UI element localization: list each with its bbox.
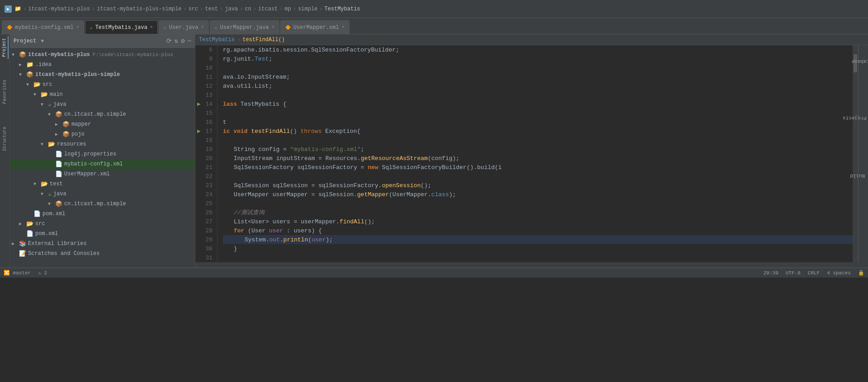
tab-mybatis-config[interactable]: 🔶 mybatis-config.xml × — [2, 20, 84, 34]
tree-mapper[interactable]: ▶ 📦 mapper — [10, 119, 195, 129]
right-panel-maven[interactable]: Maven Projects — [840, 114, 868, 122]
status-warnings: ⚠ 2 — [38, 270, 47, 276]
ln-18: 18 — [195, 136, 217, 145]
editor-breadcrumb: TestMybatis › testFindAll() — [195, 34, 868, 45]
bc-8[interactable]: mp — [285, 6, 291, 12]
code-line-22 — [223, 172, 853, 181]
code-lines[interactable]: rg.apache.ibatis.session.SqlSessionFacto… — [217, 45, 853, 262]
ln-16: 16 — [195, 118, 217, 127]
bc-4[interactable]: test — [205, 6, 218, 12]
tree-main-java[interactable]: ▼ ☕ java — [10, 99, 195, 109]
ln-25: 25 — [195, 199, 217, 208]
bc-9[interactable]: simple — [298, 6, 317, 12]
code-line-30: } — [223, 244, 853, 253]
tree-resources[interactable]: ▼ 📂 resources — [10, 139, 195, 149]
sync-icon[interactable]: ⟳ — [166, 37, 172, 45]
code-line-26: //测试查询 — [223, 208, 853, 217]
ln-12: 12 — [195, 81, 217, 90]
ln-10: 10 — [195, 63, 217, 72]
editor-breadcrumb-class: TestMybatis — [199, 37, 235, 43]
tab-icon-usermapper-xml: 🔶 — [285, 25, 291, 30]
tab-close-usermapper-xml[interactable]: × — [342, 25, 344, 30]
tree-mybatis-config[interactable]: 📄 mybatis-config.xml — [10, 159, 195, 169]
tree-pojo[interactable]: ▶ 📦 pojo — [10, 129, 195, 139]
bc-1[interactable]: itcast-mybatis-plus — [28, 6, 90, 12]
editor-area: TestMybatis › testFindAll() 6 — [195, 34, 868, 268]
tree-log4j[interactable]: 📄 log4j.properties — [10, 149, 195, 159]
tab-bar: 🔶 mybatis-config.xml × ☕ TestMybatis.jav… — [0, 18, 868, 34]
ln-24: 24 — [195, 190, 217, 199]
tab-label-usermapper-xml: UserMapper.xml — [293, 24, 339, 31]
app-icon: ▶ — [5, 5, 12, 13]
breadcrumb-sep2: › — [237, 37, 241, 43]
bc-5[interactable]: java — [225, 6, 238, 12]
ln-30: 30 — [195, 244, 217, 253]
tab-close-user[interactable]: × — [201, 25, 204, 30]
tree-pom-root[interactable]: 📄 pom.xml — [10, 229, 195, 239]
tab-close-testmybatis[interactable]: × — [150, 25, 153, 30]
vertical-scrollbar[interactable] — [853, 45, 858, 262]
tab-close-usermapper[interactable]: × — [272, 25, 274, 30]
tree-root-module[interactable]: ▼ 📦 itcast-mybatis-plus F:\code\itcast-m… — [10, 50, 195, 60]
tree-main[interactable]: ▼ 📂 main — [10, 90, 195, 99]
tab-usermapper[interactable]: ☕ UserMapper.java × — [210, 20, 279, 34]
tab-user[interactable]: ☕ User.java × — [159, 20, 209, 34]
code-line-15 — [223, 108, 853, 118]
status-readonly: 🔒 — [858, 270, 864, 276]
tree-usermapper-xml[interactable]: 📄 UserMapper.xml — [10, 169, 195, 179]
bc-6[interactable]: cn — [245, 6, 251, 12]
right-panel-ant[interactable]: Ant Build — [847, 172, 868, 179]
editor-breadcrumb-method: testFindAll() — [242, 37, 285, 43]
tab-icon-xml: 🔶 — [7, 25, 12, 30]
code-scroll-area[interactable]: 6 9 10 11 — [195, 45, 853, 262]
panel-btn-project[interactable]: Project — [1, 36, 9, 59]
tree-idea[interactable]: ▶ 📁 .idea — [10, 60, 195, 70]
code-line-28: for (User user : users) { — [223, 226, 853, 235]
code-line-6: rg.apache.ibatis.session.SqlSessionFacto… — [223, 45, 853, 54]
tree-ext-libs[interactable]: ▶ 📚 External Libraries — [10, 239, 195, 249]
tab-testmybatis[interactable]: ☕ TestMybatis.java × — [85, 20, 158, 34]
code-line-12: ava.util.List; — [223, 81, 853, 90]
code-line-9: rg.junit.Test; — [223, 54, 853, 63]
tab-label-testmybatis: TestMybatis.java — [95, 24, 147, 31]
bc-3[interactable]: src — [189, 6, 198, 12]
ln-20: 20 — [195, 154, 217, 163]
ln-14: ▶ 14 — [195, 99, 217, 108]
code-line-19: String config = "mybatis-config.xml"; — [223, 145, 853, 154]
tree-test-package[interactable]: ▼ 📦 cn.itcast.mp.simple — [10, 199, 195, 209]
horizontal-scrollbar[interactable] — [195, 262, 868, 268]
ln-9: 9 — [195, 54, 217, 63]
ln-13: 13 — [195, 90, 217, 99]
tree-simple-module[interactable]: ▼ 📦 itcast-mybatis-plus-simple — [10, 70, 195, 80]
ln-17: ▶ 17 — [195, 127, 217, 136]
minimize-icon[interactable]: — — [188, 37, 191, 45]
tab-icon-test: ☕ — [90, 25, 93, 30]
bc-2[interactable]: itcast-mybatis-plus-simple — [97, 6, 181, 12]
panel-btn-favorites[interactable]: Favorites — [1, 78, 8, 106]
tree-pom-simple[interactable]: 📄 pom.xml — [10, 209, 195, 219]
tree-test-java[interactable]: ▼ ☕ java — [10, 189, 195, 199]
right-panel-database[interactable]: Database — [849, 58, 868, 65]
ln-31: 31 — [195, 253, 217, 262]
settings-icon[interactable]: ⚙ — [181, 37, 184, 45]
tab-label-usermapper: UserMapper.java — [220, 24, 269, 31]
project-dropdown[interactable]: ▼ — [41, 38, 44, 44]
bc-root[interactable]: 📁 — [14, 5, 21, 12]
tab-usermapper-xml[interactable]: 🔶 UserMapper.xml × — [280, 20, 349, 34]
bc-7[interactable]: itcast — [258, 6, 278, 12]
tree-cn-itcast[interactable]: ▼ 📦 cn.itcast.mp.simple — [10, 109, 195, 119]
tree-test[interactable]: ▼ 📂 test — [10, 179, 195, 189]
status-line-ending: CRLF — [808, 270, 820, 276]
panel-btn-structure[interactable]: Structure — [1, 125, 8, 153]
code-line-20: InputStream inputStream = Resources.getR… — [223, 154, 853, 163]
line-numbers-gutter: 6 9 10 11 — [195, 45, 217, 262]
code-line-18 — [223, 136, 853, 145]
bc-10[interactable]: TestMybatis — [325, 6, 360, 12]
tab-close-mybatis-config[interactable]: × — [76, 25, 79, 30]
tree-src-root[interactable]: ▶ 📂 src — [10, 219, 195, 229]
status-indent: 4 spaces — [827, 270, 851, 276]
tree-src[interactable]: ▼ 📂 src — [10, 80, 195, 90]
code-line-14: lass TestMybatis { — [223, 99, 853, 108]
expand-icon[interactable]: ⇅ — [175, 37, 178, 45]
tree-scratches[interactable]: 📝 Scratches and Consoles — [10, 249, 195, 259]
